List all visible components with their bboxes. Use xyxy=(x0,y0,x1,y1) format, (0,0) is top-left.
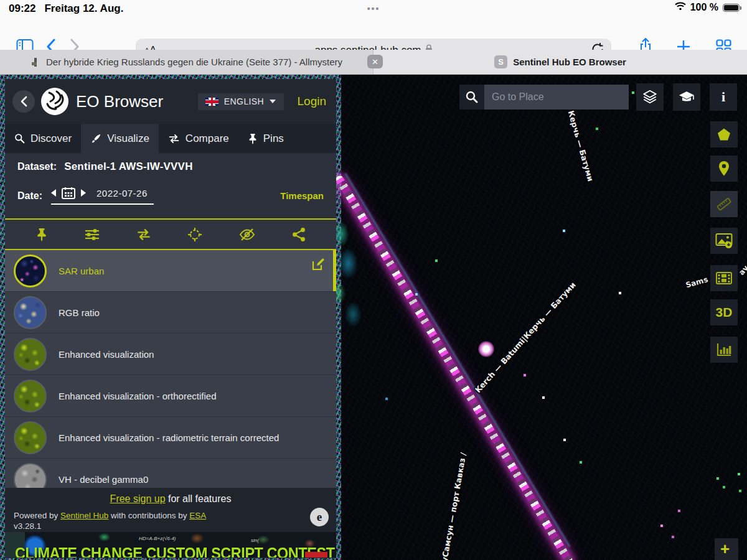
tab-title: Sentinel Hub EO Browser xyxy=(513,57,626,67)
layer-row-enhanced[interactable]: Enhanced visualization xyxy=(5,334,336,375)
download-image-button[interactable] xyxy=(710,228,738,254)
crosshair-icon[interactable] xyxy=(187,227,202,242)
wifi-icon xyxy=(675,2,686,13)
dataset-label: Dataset: xyxy=(17,161,57,172)
tutorial-button[interactable] xyxy=(673,83,700,111)
timespan-button[interactable]: Timespan xyxy=(280,190,324,201)
layer-thumbnail xyxy=(14,296,47,329)
panel-footer: Free sign up for all features Powered by… xyxy=(5,488,336,532)
collapse-panel-button[interactable] xyxy=(12,90,35,113)
visualization-layer-list: SAR urban RGB ratio Enhanced visualizati… xyxy=(5,250,336,488)
tab-compare[interactable]: Compare xyxy=(159,124,238,153)
chevron-down-icon xyxy=(270,100,276,103)
tab-visualize[interactable]: Visualize xyxy=(81,124,159,153)
layer-thumbnail xyxy=(14,421,47,454)
3d-view-button[interactable]: 3D xyxy=(710,299,738,325)
sar-bright-blob xyxy=(478,341,494,357)
banner-scribble: sin( xyxy=(251,538,259,543)
banner-red-block xyxy=(305,552,327,558)
share-nodes-icon[interactable] xyxy=(292,227,306,242)
esa-link[interactable]: ESA xyxy=(189,511,206,520)
marker-button[interactable] xyxy=(710,156,738,182)
date-value[interactable]: 2022-07-26 xyxy=(96,188,148,198)
tab-allmystery[interactable]: Der hybride Krieg Russlands gegen die Uk… xyxy=(0,50,374,74)
info-button[interactable]: i xyxy=(710,83,737,111)
banner-title: CLIMATE CHANGE CUSTOM SCRIPT CONTEST xyxy=(15,544,326,558)
tab-sentinel-hub[interactable]: S Sentinel Hub EO Browser xyxy=(374,50,747,74)
tab-favicon xyxy=(31,57,40,67)
date-label: Date: xyxy=(17,190,42,202)
free-sign-up-link[interactable]: Free sign up xyxy=(110,493,166,504)
selected-indicator xyxy=(333,250,336,291)
sentinel-hub-logo xyxy=(41,88,68,115)
layer-row-rgb-ratio[interactable]: RGB ratio xyxy=(5,292,336,334)
eo-header: EO Browser ENGLISH Login xyxy=(5,79,336,124)
calendar-icon[interactable] xyxy=(62,187,75,199)
dataset-value: Sentinel-1 AWS-IW-VVVH xyxy=(64,161,193,173)
uk-flag-icon xyxy=(205,98,218,106)
battery-icon xyxy=(723,4,740,12)
mode-tabs: Discover Visualize Compare Pins xyxy=(5,124,336,153)
esa-logo: e xyxy=(310,508,329,526)
settings-sliders-icon[interactable] xyxy=(85,228,100,241)
layer-row-sar-urban[interactable]: SAR urban xyxy=(5,250,336,292)
version-label: v3.28.1 xyxy=(14,521,336,531)
layer-row-enhanced-ortho[interactable]: Enhanced visualization - orthorectified xyxy=(5,375,336,417)
battery-percent: 100 % xyxy=(690,2,718,13)
sentinel-hub-link[interactable]: Sentinel Hub xyxy=(60,511,108,520)
eo-sidebar: EO Browser ENGLISH Login Discover Visual… xyxy=(5,79,336,558)
language-selector[interactable]: ENGLISH xyxy=(198,93,284,110)
layer-toolbar xyxy=(5,220,336,250)
hide-layer-eye-off-icon[interactable] xyxy=(239,228,255,241)
statistics-button[interactable] xyxy=(710,337,738,363)
app-title: EO Browser xyxy=(76,92,163,111)
tab-discover[interactable]: Discover xyxy=(5,124,81,153)
go-to-place-input[interactable] xyxy=(484,85,629,110)
next-date-button[interactable] xyxy=(81,189,86,197)
close-tab-button[interactable]: ✕ xyxy=(367,55,383,68)
screen: 09:22Freitag 12. Aug. ••• 100 % AA apps.… xyxy=(0,0,747,560)
pin-tool-icon[interactable] xyxy=(35,228,48,241)
layer-thumbnail xyxy=(14,463,47,488)
tab-title: Der hybride Krieg Russlands gegen die Uk… xyxy=(46,57,342,67)
status-bar: 09:22Freitag 12. Aug. ••• 100 % xyxy=(0,0,747,17)
draw-area-button[interactable] xyxy=(710,121,738,147)
banner-scribble: HD=A-B+z(√6-4) xyxy=(139,536,176,541)
login-button[interactable]: Login xyxy=(298,95,327,108)
measure-button[interactable] xyxy=(710,191,738,217)
edit-script-button[interactable] xyxy=(311,258,325,274)
timelapse-button[interactable] xyxy=(710,265,738,291)
layer-thumbnail xyxy=(14,338,47,371)
search-icon xyxy=(14,133,25,144)
brush-icon xyxy=(90,133,101,144)
sar-speckles xyxy=(0,75,1,76)
tab-favicon: S xyxy=(494,55,507,68)
swap-orders-icon[interactable] xyxy=(136,228,151,241)
layers-button[interactable] xyxy=(636,83,664,111)
tab-strip: Der hybride Krieg Russlands gegen die Uk… xyxy=(0,50,747,75)
search-button[interactable] xyxy=(459,85,484,110)
browser-toolbar: AA apps.sentinel-hub.com xyxy=(0,17,747,50)
language-label: ENGLISH xyxy=(224,96,264,106)
compare-icon xyxy=(168,134,180,144)
signup-suffix: for all features xyxy=(166,493,232,504)
layer-thumbnail xyxy=(14,380,47,413)
eo-browser-app: Керчь — Батуми Kerch — Batumi|Керчь — Ба… xyxy=(0,75,747,560)
pin-icon xyxy=(248,133,258,144)
multitask-handle[interactable]: ••• xyxy=(0,4,747,14)
layer-row-enhanced-rtc[interactable]: Enhanced visualization - radiometric ter… xyxy=(5,417,336,459)
sar-teal-patch xyxy=(331,210,380,329)
layer-row-vh-decibel[interactable]: VH - decibel gamma0 xyxy=(5,459,336,488)
layer-thumbnail xyxy=(14,254,47,287)
contest-banner[interactable]: HD=A-B+z(√6-4) sin( CLIMATE CHANGE CUSTO… xyxy=(5,532,336,558)
tab-pins[interactable]: Pins xyxy=(238,124,293,153)
dataset-section: Dataset: Sentinel-1 AWS-IW-VVVH Date: 20… xyxy=(5,153,336,220)
zoom-in-button[interactable]: + xyxy=(715,538,738,560)
prev-date-button[interactable] xyxy=(51,189,56,197)
